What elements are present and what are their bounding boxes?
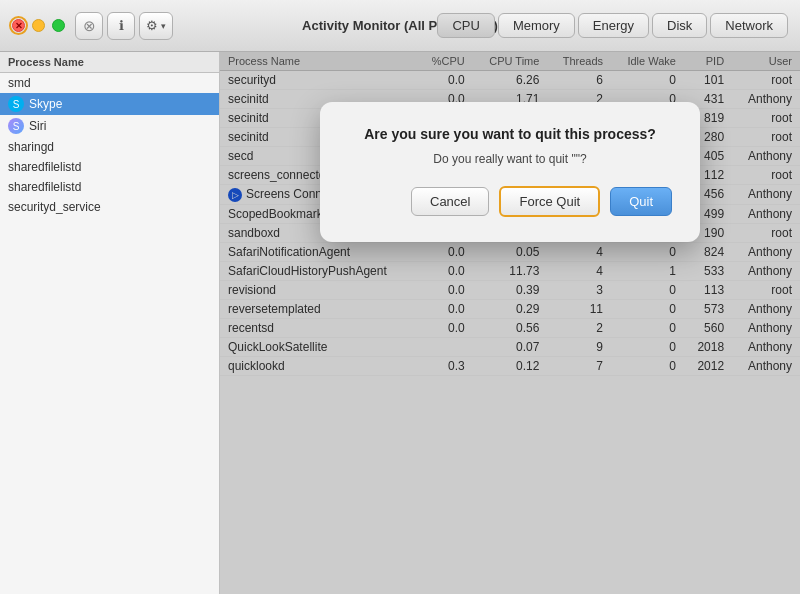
quit-button[interactable]: Quit: [610, 187, 672, 216]
tab-bar: CPU Memory Energy Disk Network: [437, 13, 788, 38]
process-name: sharingd: [8, 140, 54, 154]
dialog-overlay: Are you sure you want to quit this proce…: [220, 52, 800, 594]
list-item[interactable]: sharedfilelistd: [0, 177, 219, 197]
window-controls: ✕: [12, 19, 65, 32]
list-item[interactable]: sharingd: [0, 137, 219, 157]
minimize-button[interactable]: [32, 19, 45, 32]
process-name: sharedfilelistd: [8, 160, 81, 174]
chevron-down-icon: ▾: [161, 21, 166, 31]
dialog-title: Are you sure you want to quit this proce…: [348, 126, 672, 142]
process-name: smd: [8, 76, 31, 90]
list-item-skype[interactable]: S Skype: [0, 93, 219, 115]
quit-dialog: Are you sure you want to quit this proce…: [320, 102, 700, 242]
list-item[interactable]: sharedfilelistd: [0, 157, 219, 177]
tab-cpu[interactable]: CPU: [437, 13, 494, 38]
close-button[interactable]: ✕: [12, 19, 25, 32]
cancel-button[interactable]: Cancel: [411, 187, 489, 216]
dialog-buttons: Cancel Force Quit Quit: [348, 186, 672, 217]
stop-button[interactable]: ⊗: [75, 12, 103, 40]
right-content: Process Name %CPU CPU Time Threads Idle …: [220, 52, 800, 594]
dialog-body-text: Do you really want to quit ": [433, 152, 575, 166]
process-list-sidebar: Process Name smd S Skype S Siri sharingd…: [0, 52, 220, 594]
siri-icon: S: [8, 118, 24, 134]
process-name: Siri: [29, 119, 46, 133]
dialog-body: Do you really want to quit ""?: [348, 152, 672, 166]
process-name: sharedfilelistd: [8, 180, 81, 194]
maximize-button[interactable]: [52, 19, 65, 32]
skype-icon: S: [8, 96, 24, 112]
gear-icon: ⚙: [146, 18, 158, 33]
force-quit-button[interactable]: Force Quit: [499, 186, 600, 217]
process-name: securityd_service: [8, 200, 101, 214]
title-bar: ✕ ⊗ ℹ ⚙ ▾ Activity Monitor (All Processe…: [0, 0, 800, 52]
info-button[interactable]: ℹ: [107, 12, 135, 40]
gear-menu[interactable]: ⚙ ▾: [139, 12, 173, 40]
list-item-siri[interactable]: S Siri: [0, 115, 219, 137]
tab-disk[interactable]: Disk: [652, 13, 707, 38]
process-list-header: Process Name: [0, 52, 219, 73]
tab-energy[interactable]: Energy: [578, 13, 649, 38]
tab-network[interactable]: Network: [710, 13, 788, 38]
tab-memory[interactable]: Memory: [498, 13, 575, 38]
dialog-body-suffix: "?: [576, 152, 587, 166]
list-item[interactable]: smd: [0, 73, 219, 93]
toolbar-icons: ⊗ ℹ ⚙ ▾: [75, 12, 173, 40]
list-item[interactable]: securityd_service: [0, 197, 219, 217]
main-content: Process Name smd S Skype S Siri sharingd…: [0, 52, 800, 594]
process-name: Skype: [29, 97, 62, 111]
